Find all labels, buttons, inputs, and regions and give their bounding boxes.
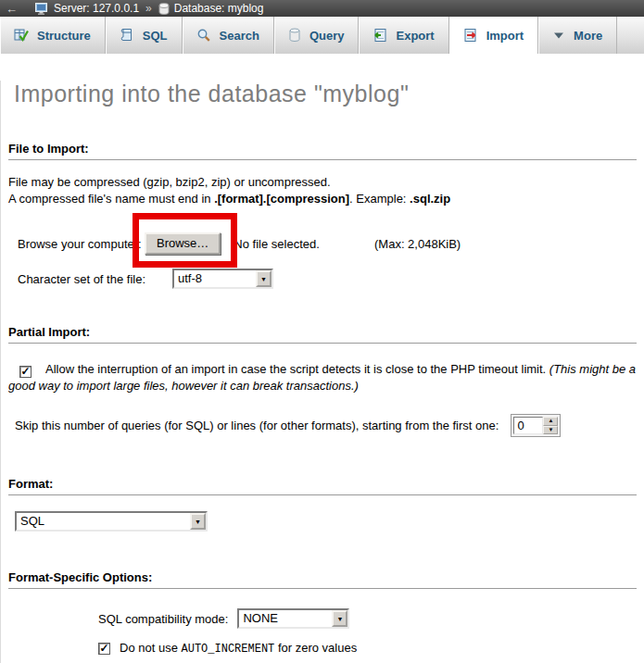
line2-format-pattern: .[format].[compression] bbox=[214, 192, 349, 206]
chevron-down-icon bbox=[552, 31, 565, 40]
tab-query[interactable]: Query bbox=[274, 17, 360, 54]
section-heading-partial-import: Partial Import: bbox=[8, 325, 637, 344]
auto-increment-label: Do not use AUTO_INCREMENT for zero value… bbox=[120, 641, 357, 656]
charset-select-value: utf-8 bbox=[174, 270, 256, 287]
no-file-text: No file selected. bbox=[234, 237, 320, 251]
section-heading-format-specific-options: Format-Specific Options: bbox=[8, 570, 637, 589]
stepper-up-icon[interactable]: ▲ bbox=[543, 417, 558, 426]
breadcrumb-separator: » bbox=[145, 2, 152, 15]
allow-interruption-row: ✓Allow the interruption of an import in … bbox=[8, 361, 637, 394]
auto-increment-row: ✓ Do not use AUTO_INCREMENT for zero val… bbox=[98, 641, 637, 656]
charset-label: Character set of the file: bbox=[8, 272, 172, 286]
tab-search[interactable]: Search bbox=[183, 17, 274, 54]
sql-compatibility-select[interactable]: NONE ▼ bbox=[237, 608, 349, 629]
compression-line2: A compressed file's name must end in .[f… bbox=[8, 191, 637, 207]
autoinc-suffix: for zero values bbox=[274, 641, 357, 655]
export-icon bbox=[373, 28, 387, 43]
tab-export[interactable]: Export bbox=[359, 17, 448, 54]
tab-sql[interactable]: SQL bbox=[106, 17, 183, 54]
stepper-down-icon[interactable]: ▼ bbox=[543, 426, 558, 435]
sql-icon bbox=[120, 28, 134, 43]
database-icon bbox=[158, 3, 170, 15]
autoinc-prefix: Do not use bbox=[120, 641, 182, 655]
sql-compatibility-value: NONE bbox=[239, 610, 332, 627]
tabbar-filler bbox=[617, 17, 644, 54]
import-icon bbox=[463, 28, 478, 43]
tab-label: Query bbox=[309, 29, 345, 43]
page-title: Importing into the database "myblog" bbox=[14, 81, 637, 107]
dropdown-arrow-icon[interactable]: ▼ bbox=[256, 270, 271, 287]
auto-increment-checkbox[interactable]: ✓ bbox=[98, 643, 110, 655]
dropdown-arrow-icon[interactable]: ▼ bbox=[332, 610, 347, 627]
back-arrow-icon[interactable]: ← bbox=[6, 2, 18, 16]
sql-compatibility-label: SQL compatibility mode: bbox=[98, 612, 228, 626]
tab-label: Search bbox=[220, 29, 259, 43]
tab-label: Export bbox=[396, 29, 434, 43]
charset-select[interactable]: utf-8 ▼ bbox=[172, 269, 273, 289]
tab-label: Structure bbox=[37, 29, 91, 43]
skip-queries-input[interactable]: 0 bbox=[513, 417, 543, 434]
tab-bar: Structure SQL Search Query bbox=[0, 17, 644, 54]
section-heading-file-to-import: File to Import: bbox=[8, 142, 637, 160]
line2-example: .sql.zip bbox=[410, 192, 450, 206]
skip-queries-label: Skip this number of queries (for SQL) or… bbox=[8, 419, 499, 432]
browse-wrap: Browse… bbox=[145, 232, 221, 255]
skip-queries-row: Skip this number of queries (for SQL) or… bbox=[8, 414, 637, 437]
browse-label: Browse your computer: bbox=[8, 237, 145, 251]
sql-compatibility-row: SQL compatibility mode: NONE ▼ bbox=[98, 608, 637, 629]
format-select[interactable]: SQL ▼ bbox=[15, 511, 208, 532]
allow-interruption-label: Allow the interruption of an import in c… bbox=[45, 362, 549, 376]
import-page: Importing into the database "myblog" Fil… bbox=[0, 81, 644, 663]
compression-info: File may be compressed (gzip, bzip2, zip… bbox=[8, 174, 637, 207]
section-heading-format: Format: bbox=[8, 477, 637, 495]
search-icon bbox=[196, 28, 211, 43]
line2-prefix: A compressed file's name must end in bbox=[8, 192, 214, 206]
server-icon bbox=[35, 3, 49, 15]
format-specific-block: SQL compatibility mode: NONE ▼ ✓ Do not … bbox=[98, 608, 637, 656]
tab-more[interactable]: More bbox=[538, 17, 617, 54]
skip-queries-stepper: 0 ▲ ▼ bbox=[511, 414, 561, 437]
tab-label: SQL bbox=[143, 29, 168, 43]
autoinc-code: AUTO_INCREMENT bbox=[182, 643, 275, 656]
query-icon bbox=[288, 28, 301, 43]
breadcrumb-server[interactable]: Server: 127.0.0.1 bbox=[54, 2, 139, 15]
compression-line1: File may be compressed (gzip, bzip2, zip… bbox=[8, 174, 637, 191]
tab-import[interactable]: Import bbox=[449, 17, 538, 54]
format-select-value: SQL bbox=[17, 513, 190, 530]
browse-button[interactable]: Browse… bbox=[145, 232, 221, 255]
allow-interruption-checkbox[interactable]: ✓ bbox=[19, 366, 32, 378]
max-size-text: (Max: 2,048KiB) bbox=[374, 237, 461, 251]
dropdown-arrow-icon[interactable]: ▼ bbox=[190, 513, 206, 530]
line2-mid: . Example: bbox=[349, 192, 410, 206]
structure-icon bbox=[14, 28, 29, 43]
tab-label: More bbox=[574, 29, 602, 43]
browse-row: Browse your computer: Browse… No file se… bbox=[8, 232, 637, 255]
breadcrumb-database[interactable]: Database: myblog bbox=[174, 2, 264, 15]
charset-row: Character set of the file: utf-8 ▼ bbox=[8, 269, 637, 289]
breadcrumb-bar: ← Server: 127.0.0.1 » Database: myblog bbox=[0, 0, 644, 17]
tab-structure[interactable]: Structure bbox=[0, 17, 106, 54]
tab-label: Import bbox=[486, 29, 524, 43]
